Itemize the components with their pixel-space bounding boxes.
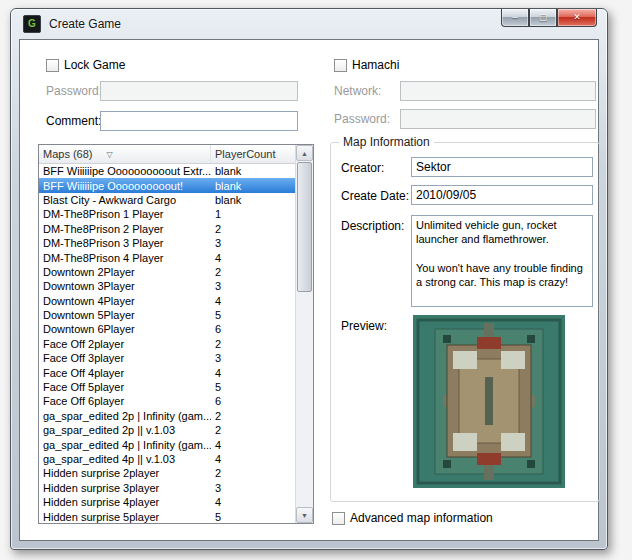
scroll-down-icon[interactable]: ▼ — [296, 507, 313, 523]
lock-game-label: Lock Game — [64, 58, 125, 72]
maps-list: Maps (68) ▽ PlayerCount BFF Wiiiiiipe Oo… — [38, 144, 314, 524]
player-count-cell: 5 — [211, 381, 295, 393]
lock-game-checkbox[interactable]: Lock Game — [46, 58, 125, 72]
maps-list-body: BFF Wiiiiiipe Oooooooooout Extr...blankB… — [39, 164, 295, 523]
list-item[interactable]: Downtown 3Player3 — [39, 279, 295, 293]
list-item[interactable]: Face Off 4player4 — [39, 365, 295, 379]
player-count-cell: 4 — [211, 453, 295, 465]
maps-list-header: Maps (68) ▽ PlayerCount — [39, 145, 295, 164]
scrollbar-thumb[interactable] — [297, 162, 312, 292]
map-name-cell: BFF Wiiiiiipe Oooooooooout Extr... — [39, 165, 211, 177]
advanced-map-info-checkbox[interactable]: Advanced map information — [332, 511, 493, 525]
hamachi-label: Hamachi — [352, 58, 399, 72]
map-name-cell: Hidden surprise 4player — [39, 496, 211, 508]
player-count-cell: 6 — [211, 395, 295, 407]
network-input — [400, 81, 596, 101]
column-header-maps[interactable]: Maps (68) ▽ — [39, 145, 211, 163]
comment-label: Comment: — [46, 114, 101, 128]
player-count-cell: 4 — [211, 295, 295, 307]
minimize-button[interactable]: – — [501, 9, 529, 27]
list-item[interactable]: Downtown 6Player6 — [39, 322, 295, 336]
player-count-cell: 2 — [211, 467, 295, 479]
player-count-cell: 4 — [211, 252, 295, 264]
player-count-cell: 6 — [211, 323, 295, 335]
list-item[interactable]: BFF Wiiiiiipe Oooooooooout!blank — [39, 178, 295, 192]
map-name-cell: BFF Wiiiiiipe Oooooooooout! — [39, 180, 211, 192]
create-date-label: Create Date: — [341, 189, 409, 203]
player-count-cell: 2 — [211, 338, 295, 350]
list-item[interactable]: ga_spar_edited 4p || v.1.034 — [39, 452, 295, 466]
client-area: Lock Game Password: Comment: Maps (68) ▽… — [19, 39, 599, 541]
map-name-cell: Downtown 2Player — [39, 266, 211, 278]
list-item[interactable]: Hidden surprise 3player3 — [39, 481, 295, 495]
list-item[interactable]: Face Off 2player2 — [39, 337, 295, 351]
list-item[interactable]: BFF Wiiiiiipe Oooooooooout Extr...blank — [39, 164, 295, 178]
checkbox-unchecked-icon — [46, 59, 59, 72]
list-item[interactable]: DM-The8Prison 4 Player4 — [39, 250, 295, 264]
list-item[interactable]: Hidden surprise 2player2 — [39, 466, 295, 480]
creator-input[interactable] — [411, 157, 593, 177]
list-item[interactable]: Downtown 2Player2 — [39, 265, 295, 279]
player-count-cell: 3 — [211, 352, 295, 364]
list-item[interactable]: DM-The8Prison 3 Player3 — [39, 236, 295, 250]
list-item[interactable]: DM-The8Prison 2 Player2 — [39, 222, 295, 236]
list-item[interactable]: ga_spar_edited 4p | Infinity (gam...4 — [39, 437, 295, 451]
description-textarea[interactable]: Unlimited vehicle gun, rocket launcher a… — [411, 215, 593, 307]
scrollbar-track[interactable] — [296, 161, 313, 507]
close-button[interactable]: ✕ — [557, 9, 597, 27]
advanced-map-info-label: Advanced map information — [350, 511, 493, 525]
list-item[interactable]: ga_spar_edited 2p | Infinity (gam...2 — [39, 409, 295, 423]
list-item[interactable]: Face Off 3player3 — [39, 351, 295, 365]
list-item[interactable]: DM-The8Prison 1 Player1 — [39, 207, 295, 221]
list-item[interactable]: Downtown 5Player5 — [39, 308, 295, 322]
player-count-cell: 4 — [211, 496, 295, 508]
player-count-cell: 2 — [211, 424, 295, 436]
list-item[interactable]: Hidden surprise 5player5 — [39, 509, 295, 523]
checkbox-unchecked-icon — [334, 59, 347, 72]
map-name-cell: ga_spar_edited 2p || v.1.03 — [39, 424, 211, 436]
window-controls: – ▢ ✕ — [501, 9, 597, 27]
window-title: Create Game — [49, 17, 121, 31]
map-name-cell: DM-The8Prison 1 Player — [39, 208, 211, 220]
map-name-cell: ga_spar_edited 2p | Infinity (gam... — [39, 410, 211, 422]
map-name-cell: Downtown 4Player — [39, 295, 211, 307]
map-name-cell: Face Off 6player — [39, 395, 211, 407]
map-name-cell: Downtown 3Player — [39, 280, 211, 292]
comment-input[interactable] — [100, 111, 298, 131]
password-input — [100, 81, 298, 101]
vertical-scrollbar[interactable]: ▲ ▼ — [295, 145, 313, 523]
list-item[interactable]: ga_spar_edited 2p || v.1.032 — [39, 423, 295, 437]
list-item[interactable]: Blast City - Awkward Cargoblank — [39, 193, 295, 207]
map-name-cell: Downtown 6Player — [39, 323, 211, 335]
hamachi-checkbox[interactable]: Hamachi — [334, 58, 399, 72]
maximize-button[interactable]: ▢ — [529, 9, 557, 27]
list-item[interactable]: Hidden surprise 4player4 — [39, 495, 295, 509]
create-game-window: G Create Game – ▢ ✕ Lock Game Password: … — [10, 8, 608, 550]
map-name-cell: Downtown 5Player — [39, 309, 211, 321]
preview-label: Preview: — [341, 319, 387, 333]
player-count-cell: 5 — [211, 309, 295, 321]
map-name-cell: Hidden surprise 2player — [39, 467, 211, 479]
list-item[interactable]: Face Off 6player6 — [39, 394, 295, 408]
player-count-cell: 3 — [211, 237, 295, 249]
checkbox-unchecked-icon — [332, 512, 345, 525]
list-item[interactable]: Face Off 5player5 — [39, 380, 295, 394]
column-header-playercount[interactable]: PlayerCount — [211, 145, 295, 163]
map-name-cell: Hidden surprise 5player — [39, 511, 211, 523]
map-name-cell: DM-The8Prison 4 Player — [39, 252, 211, 264]
description-label: Description: — [341, 219, 404, 233]
hamachi-password-label: Password: — [334, 112, 390, 126]
create-date-input[interactable] — [411, 185, 593, 205]
player-count-cell: 2 — [211, 223, 295, 235]
scroll-up-icon[interactable]: ▲ — [296, 145, 313, 161]
player-count-cell: 5 — [211, 511, 295, 523]
player-count-cell: blank — [211, 194, 295, 206]
network-label: Network: — [334, 84, 381, 98]
map-name-cell: Face Off 4player — [39, 367, 211, 379]
group-title: Map Information — [339, 135, 434, 149]
list-item[interactable]: Downtown 4Player4 — [39, 294, 295, 308]
player-count-cell: 2 — [211, 410, 295, 422]
map-name-cell: Face Off 3player — [39, 352, 211, 364]
map-name-cell: ga_spar_edited 4p | Infinity (gam... — [39, 439, 211, 451]
password-label: Password: — [46, 84, 102, 98]
